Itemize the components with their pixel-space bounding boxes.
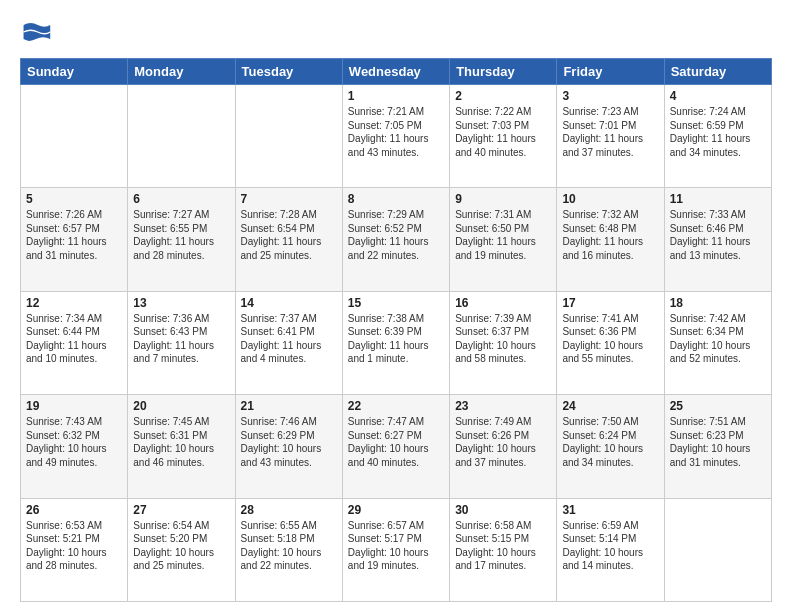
calendar-cell	[235, 85, 342, 188]
day-number: 24	[562, 399, 658, 413]
day-info: Sunrise: 7:36 AM Sunset: 6:43 PM Dayligh…	[133, 312, 229, 366]
logo-icon	[20, 16, 52, 48]
calendar-header-thursday: Thursday	[450, 59, 557, 85]
day-number: 16	[455, 296, 551, 310]
day-number: 26	[26, 503, 122, 517]
day-info: Sunrise: 7:33 AM Sunset: 6:46 PM Dayligh…	[670, 208, 766, 262]
day-number: 2	[455, 89, 551, 103]
day-number: 15	[348, 296, 444, 310]
day-number: 19	[26, 399, 122, 413]
day-info: Sunrise: 7:37 AM Sunset: 6:41 PM Dayligh…	[241, 312, 337, 366]
day-number: 28	[241, 503, 337, 517]
day-info: Sunrise: 6:54 AM Sunset: 5:20 PM Dayligh…	[133, 519, 229, 573]
calendar-week-5: 26Sunrise: 6:53 AM Sunset: 5:21 PM Dayli…	[21, 498, 772, 601]
day-number: 29	[348, 503, 444, 517]
day-number: 25	[670, 399, 766, 413]
day-number: 13	[133, 296, 229, 310]
header	[20, 16, 772, 48]
calendar-cell	[664, 498, 771, 601]
calendar-cell: 8Sunrise: 7:29 AM Sunset: 6:52 PM Daylig…	[342, 188, 449, 291]
calendar-cell: 17Sunrise: 7:41 AM Sunset: 6:36 PM Dayli…	[557, 291, 664, 394]
day-number: 9	[455, 192, 551, 206]
day-info: Sunrise: 7:39 AM Sunset: 6:37 PM Dayligh…	[455, 312, 551, 366]
day-number: 31	[562, 503, 658, 517]
day-number: 27	[133, 503, 229, 517]
day-info: Sunrise: 7:29 AM Sunset: 6:52 PM Dayligh…	[348, 208, 444, 262]
day-info: Sunrise: 6:53 AM Sunset: 5:21 PM Dayligh…	[26, 519, 122, 573]
day-info: Sunrise: 6:55 AM Sunset: 5:18 PM Dayligh…	[241, 519, 337, 573]
calendar-cell: 27Sunrise: 6:54 AM Sunset: 5:20 PM Dayli…	[128, 498, 235, 601]
day-number: 21	[241, 399, 337, 413]
calendar-week-3: 12Sunrise: 7:34 AM Sunset: 6:44 PM Dayli…	[21, 291, 772, 394]
calendar-cell: 26Sunrise: 6:53 AM Sunset: 5:21 PM Dayli…	[21, 498, 128, 601]
calendar-cell: 14Sunrise: 7:37 AM Sunset: 6:41 PM Dayli…	[235, 291, 342, 394]
calendar-cell: 13Sunrise: 7:36 AM Sunset: 6:43 PM Dayli…	[128, 291, 235, 394]
calendar-week-2: 5Sunrise: 7:26 AM Sunset: 6:57 PM Daylig…	[21, 188, 772, 291]
calendar-cell: 30Sunrise: 6:58 AM Sunset: 5:15 PM Dayli…	[450, 498, 557, 601]
day-info: Sunrise: 7:51 AM Sunset: 6:23 PM Dayligh…	[670, 415, 766, 469]
day-info: Sunrise: 7:21 AM Sunset: 7:05 PM Dayligh…	[348, 105, 444, 159]
calendar-cell: 20Sunrise: 7:45 AM Sunset: 6:31 PM Dayli…	[128, 395, 235, 498]
day-number: 23	[455, 399, 551, 413]
day-number: 11	[670, 192, 766, 206]
day-info: Sunrise: 6:58 AM Sunset: 5:15 PM Dayligh…	[455, 519, 551, 573]
logo	[20, 16, 54, 48]
calendar-cell: 2Sunrise: 7:22 AM Sunset: 7:03 PM Daylig…	[450, 85, 557, 188]
day-number: 18	[670, 296, 766, 310]
calendar-header-sunday: Sunday	[21, 59, 128, 85]
calendar-header-friday: Friday	[557, 59, 664, 85]
calendar-cell: 4Sunrise: 7:24 AM Sunset: 6:59 PM Daylig…	[664, 85, 771, 188]
calendar-cell: 15Sunrise: 7:38 AM Sunset: 6:39 PM Dayli…	[342, 291, 449, 394]
calendar-cell: 21Sunrise: 7:46 AM Sunset: 6:29 PM Dayli…	[235, 395, 342, 498]
calendar-cell: 1Sunrise: 7:21 AM Sunset: 7:05 PM Daylig…	[342, 85, 449, 188]
calendar-cell: 22Sunrise: 7:47 AM Sunset: 6:27 PM Dayli…	[342, 395, 449, 498]
day-number: 4	[670, 89, 766, 103]
calendar-header-tuesday: Tuesday	[235, 59, 342, 85]
calendar-cell: 19Sunrise: 7:43 AM Sunset: 6:32 PM Dayli…	[21, 395, 128, 498]
calendar-cell: 24Sunrise: 7:50 AM Sunset: 6:24 PM Dayli…	[557, 395, 664, 498]
calendar-cell: 18Sunrise: 7:42 AM Sunset: 6:34 PM Dayli…	[664, 291, 771, 394]
day-number: 5	[26, 192, 122, 206]
calendar-cell: 16Sunrise: 7:39 AM Sunset: 6:37 PM Dayli…	[450, 291, 557, 394]
calendar-cell: 29Sunrise: 6:57 AM Sunset: 5:17 PM Dayli…	[342, 498, 449, 601]
calendar-cell: 10Sunrise: 7:32 AM Sunset: 6:48 PM Dayli…	[557, 188, 664, 291]
day-number: 17	[562, 296, 658, 310]
day-number: 3	[562, 89, 658, 103]
calendar-cell: 7Sunrise: 7:28 AM Sunset: 6:54 PM Daylig…	[235, 188, 342, 291]
day-info: Sunrise: 7:42 AM Sunset: 6:34 PM Dayligh…	[670, 312, 766, 366]
day-info: Sunrise: 7:32 AM Sunset: 6:48 PM Dayligh…	[562, 208, 658, 262]
calendar-cell: 3Sunrise: 7:23 AM Sunset: 7:01 PM Daylig…	[557, 85, 664, 188]
calendar-header-row: SundayMondayTuesdayWednesdayThursdayFrid…	[21, 59, 772, 85]
calendar-week-1: 1Sunrise: 7:21 AM Sunset: 7:05 PM Daylig…	[21, 85, 772, 188]
day-info: Sunrise: 6:57 AM Sunset: 5:17 PM Dayligh…	[348, 519, 444, 573]
day-number: 30	[455, 503, 551, 517]
calendar-cell: 23Sunrise: 7:49 AM Sunset: 6:26 PM Dayli…	[450, 395, 557, 498]
day-number: 6	[133, 192, 229, 206]
day-info: Sunrise: 7:45 AM Sunset: 6:31 PM Dayligh…	[133, 415, 229, 469]
day-info: Sunrise: 7:22 AM Sunset: 7:03 PM Dayligh…	[455, 105, 551, 159]
calendar-table: SundayMondayTuesdayWednesdayThursdayFrid…	[20, 58, 772, 602]
calendar-cell: 6Sunrise: 7:27 AM Sunset: 6:55 PM Daylig…	[128, 188, 235, 291]
day-number: 14	[241, 296, 337, 310]
day-info: Sunrise: 7:46 AM Sunset: 6:29 PM Dayligh…	[241, 415, 337, 469]
day-info: Sunrise: 7:38 AM Sunset: 6:39 PM Dayligh…	[348, 312, 444, 366]
calendar-cell: 31Sunrise: 6:59 AM Sunset: 5:14 PM Dayli…	[557, 498, 664, 601]
calendar-cell	[128, 85, 235, 188]
day-number: 1	[348, 89, 444, 103]
day-info: Sunrise: 7:28 AM Sunset: 6:54 PM Dayligh…	[241, 208, 337, 262]
day-info: Sunrise: 7:43 AM Sunset: 6:32 PM Dayligh…	[26, 415, 122, 469]
day-info: Sunrise: 6:59 AM Sunset: 5:14 PM Dayligh…	[562, 519, 658, 573]
day-info: Sunrise: 7:41 AM Sunset: 6:36 PM Dayligh…	[562, 312, 658, 366]
day-info: Sunrise: 7:24 AM Sunset: 6:59 PM Dayligh…	[670, 105, 766, 159]
calendar-cell	[21, 85, 128, 188]
day-number: 12	[26, 296, 122, 310]
calendar-week-4: 19Sunrise: 7:43 AM Sunset: 6:32 PM Dayli…	[21, 395, 772, 498]
day-number: 22	[348, 399, 444, 413]
day-info: Sunrise: 7:31 AM Sunset: 6:50 PM Dayligh…	[455, 208, 551, 262]
day-info: Sunrise: 7:49 AM Sunset: 6:26 PM Dayligh…	[455, 415, 551, 469]
calendar-cell: 12Sunrise: 7:34 AM Sunset: 6:44 PM Dayli…	[21, 291, 128, 394]
calendar-cell: 9Sunrise: 7:31 AM Sunset: 6:50 PM Daylig…	[450, 188, 557, 291]
day-info: Sunrise: 7:50 AM Sunset: 6:24 PM Dayligh…	[562, 415, 658, 469]
day-number: 8	[348, 192, 444, 206]
day-info: Sunrise: 7:27 AM Sunset: 6:55 PM Dayligh…	[133, 208, 229, 262]
